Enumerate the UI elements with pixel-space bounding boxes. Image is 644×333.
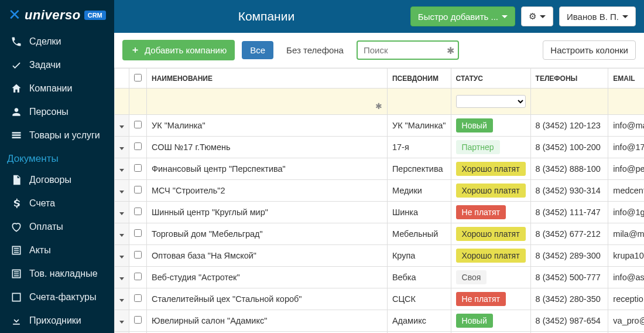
quick-add-button[interactable]: Быстро добавить ... <box>410 6 515 26</box>
row-expand-button[interactable] <box>115 223 129 245</box>
cell-alias: Медики <box>387 180 451 202</box>
quick-add-label: Быстро добавить ... <box>418 12 498 22</box>
row-expand-button[interactable] <box>115 158 129 180</box>
cell-name[interactable]: СОШ №17 г.Тюмень <box>147 137 388 158</box>
row-checkbox[interactable] <box>134 186 142 193</box>
sidebar-item-main-2[interactable]: Компании <box>0 77 114 100</box>
sidebar-item-docs-4[interactable]: Тов. накладные <box>0 262 114 286</box>
chevron-down-icon <box>540 15 546 18</box>
filter-no-phone-button[interactable]: Без телефона <box>280 41 350 59</box>
cell-status: Новый <box>451 115 530 137</box>
row-expand-button[interactable] <box>115 202 129 223</box>
status-badge: Своя <box>456 270 487 284</box>
clear-search-icon[interactable]: ✱ <box>447 45 454 56</box>
clear-filter-icon[interactable]: ✱ <box>375 101 382 111</box>
sidebar-item-docs-1[interactable]: Счета <box>0 192 114 215</box>
cell-email: medcentr@yandex.com <box>608 180 644 202</box>
filter-alias-input[interactable] <box>392 97 446 106</box>
user-menu-button[interactable]: Иванов В. П. <box>559 6 636 26</box>
sidebar-item-main-0[interactable]: Сделки <box>0 30 114 53</box>
row-expand-button[interactable] <box>115 288 129 310</box>
row-checkbox[interactable] <box>134 273 142 280</box>
sidebar-item-docs-0[interactable]: Договоры <box>0 168 114 192</box>
filter-phone-input[interactable] <box>536 97 604 106</box>
row-expand-button[interactable] <box>115 310 129 332</box>
row-checkbox[interactable] <box>134 142 142 150</box>
col-status[interactable]: СТАТУС <box>451 69 530 89</box>
sidebar-item-label: Акты <box>29 245 51 256</box>
add-company-button[interactable]: ＋ Добавить компанию <box>122 40 235 60</box>
cell-phone: 8 (3452) 100-200 <box>530 137 608 158</box>
col-alias[interactable]: ПСЕВДОНИМ <box>387 69 451 89</box>
cell-alias: УК "Малинка" <box>387 115 451 137</box>
row-expand-button[interactable] <box>115 267 129 288</box>
row-expand-button[interactable] <box>115 245 129 267</box>
cell-name[interactable]: Финансовый центр "Перспектива" <box>147 158 388 180</box>
cell-alias: Шинка <box>387 202 451 223</box>
heart-icon <box>9 221 23 233</box>
row-expand-button[interactable] <box>115 137 129 158</box>
filter-status-select[interactable] <box>456 95 526 108</box>
user-name: Иванов В. П. <box>567 12 619 22</box>
col-phones[interactable]: ТЕЛЕФОНЫ <box>530 69 608 89</box>
dollar-icon <box>9 198 23 209</box>
lines-icon <box>9 268 23 280</box>
col-expand <box>115 69 129 89</box>
cell-status: Хорошо платят <box>451 180 530 202</box>
sidebar-item-main-1[interactable]: Задачи <box>0 53 114 77</box>
cell-name[interactable]: Оптовая база "На Ямской" <box>147 245 388 267</box>
cell-email: mila@mail1.ru <box>608 223 644 245</box>
cell-status: Партнер <box>451 137 530 158</box>
phone-icon <box>9 36 23 47</box>
row-expand-button[interactable] <box>115 180 129 202</box>
row-checkbox[interactable] <box>134 208 142 215</box>
row-checkbox[interactable] <box>134 316 142 324</box>
filter-name-input[interactable] <box>152 93 382 101</box>
filter-all-button[interactable]: Все <box>242 41 273 59</box>
plus-icon: ＋ <box>131 44 140 56</box>
sidebar-item-label: Оплаты <box>29 222 63 232</box>
row-checkbox[interactable] <box>134 294 142 302</box>
col-name[interactable]: НАИМЕНОВАНИЕ <box>147 69 388 89</box>
search-input[interactable] <box>357 40 459 60</box>
row-checkbox[interactable] <box>134 251 142 259</box>
cell-phone: 8 (3452) 500-777 <box>530 267 608 288</box>
row-checkbox[interactable] <box>134 164 142 172</box>
chevron-down-icon <box>119 212 124 215</box>
filter-email-input[interactable] <box>613 97 644 106</box>
sidebar-item-docs-5[interactable]: Счета-фактуры <box>0 286 114 309</box>
sidebar-item-main-3[interactable]: Персоны <box>0 100 114 124</box>
cell-alias: 17-я <box>387 137 451 158</box>
cell-name[interactable]: Шинный центр "Круглый мир" <box>147 202 388 223</box>
cell-name[interactable]: Ювелирный салон "Адамикс" <box>147 310 388 332</box>
cell-phone: 8 (3452) 930-314 <box>530 180 608 202</box>
cell-phone: 8 (3452) 289-300 <box>530 245 608 267</box>
row-checkbox[interactable] <box>134 229 142 237</box>
cell-name[interactable]: УК "Малинка" <box>147 115 388 137</box>
chevron-down-icon <box>119 299 124 302</box>
row-expand-button[interactable] <box>115 115 129 137</box>
sidebar-item-docs-2[interactable]: Оплаты <box>0 215 114 239</box>
cell-name[interactable]: Торговый дом "Мебельград" <box>147 223 388 245</box>
logo[interactable]: ✕ universo CRM <box>0 0 114 30</box>
cell-status: Не платят <box>451 202 530 223</box>
configure-columns-button[interactable]: Настроить колонки <box>543 40 636 60</box>
cell-name[interactable]: Веб-студия "Астротек" <box>147 267 388 288</box>
row-checkbox[interactable] <box>134 121 142 128</box>
cell-phone: 8 (3452) 111-747 <box>530 202 608 223</box>
sidebar-item-docs-3[interactable]: Акты <box>0 239 114 262</box>
sidebar-item-main-4[interactable]: Товары и услуги <box>0 124 114 147</box>
cell-alias: Адамикс <box>387 310 451 332</box>
sidebar-item-docs-6[interactable]: Приходники <box>0 309 114 332</box>
chevron-down-icon <box>119 277 124 280</box>
cell-name[interactable]: МСЧ "Строитель"2 <box>147 180 388 202</box>
table-row: Торговый дом "Мебельград" Мебельный Хоро… <box>115 223 645 245</box>
cell-status: Хорошо платят <box>451 245 530 267</box>
chevron-down-icon <box>119 234 124 237</box>
cell-email: reception@scsk.ru <box>608 288 644 310</box>
col-email[interactable]: EMAIL <box>608 69 644 89</box>
select-all-checkbox[interactable] <box>134 74 142 81</box>
settings-button[interactable]: ⚙ <box>521 6 553 26</box>
cell-status: Своя <box>451 267 530 288</box>
cell-name[interactable]: Сталелитейный цех "Стальной короб" <box>147 288 388 310</box>
